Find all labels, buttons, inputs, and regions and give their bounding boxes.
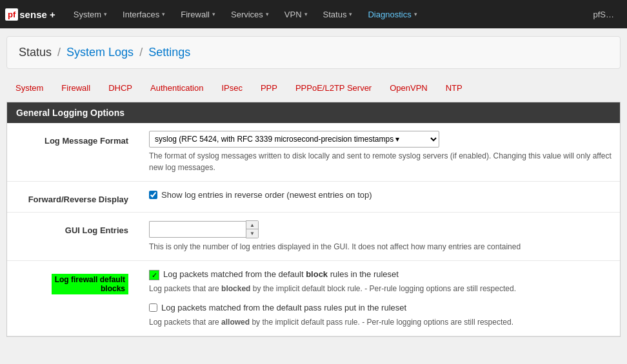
nav-status[interactable]: Status ▾ bbox=[315, 0, 361, 28]
forward-reverse-checkbox[interactable] bbox=[149, 191, 157, 199]
log-message-format-label-wrap: Log Message Format bbox=[7, 131, 149, 146]
breadcrumb-sep2: / bbox=[139, 46, 143, 59]
pass-help: Log packets that are allowed by the impl… bbox=[149, 316, 612, 328]
log-message-format-label: Log Message Format bbox=[0, 133, 139, 146]
pass-checkbox-label: Log packets matched from the default pas… bbox=[161, 302, 406, 314]
block-help-bold: blocked bbox=[221, 284, 250, 293]
log-message-format-content: syslog (RFC 5424, with RFC 3339 microsec… bbox=[149, 131, 620, 173]
gui-log-entries-input[interactable]: 3000 bbox=[149, 221, 246, 238]
forward-reverse-content: Show log entries in reverse order (newes… bbox=[149, 189, 620, 204]
gui-log-entries-label: GUI Log Entries bbox=[0, 223, 139, 235]
nav-firewall[interactable]: Firewall ▾ bbox=[173, 0, 223, 28]
brand-text: sense + bbox=[19, 9, 55, 20]
tabs-bar: System Firewall DHCP Authentication IPse… bbox=[0, 74, 627, 97]
block-bold-text: block bbox=[306, 269, 328, 279]
nav-pfsense-right[interactable]: pfS… bbox=[585, 0, 622, 28]
log-firewall-label-highlight: Log firewall default blocks bbox=[52, 274, 128, 294]
nav-diagnostics[interactable]: Diagnostics ▾ bbox=[360, 0, 424, 28]
nav-services[interactable]: Services ▾ bbox=[223, 0, 277, 28]
log-message-format-row: Log Message Format syslog (RFC 5424, wit… bbox=[7, 123, 620, 182]
breadcrumb-system-logs[interactable]: System Logs bbox=[66, 46, 134, 59]
spinner-buttons: ▲ ▼ bbox=[246, 220, 259, 238]
chevron-down-icon: ▾ bbox=[304, 11, 308, 17]
logo-box: pf bbox=[5, 8, 18, 21]
check-icon: ✓ bbox=[152, 271, 157, 280]
forward-reverse-label-wrap: Forward/Reverse Display bbox=[7, 189, 149, 204]
tab-ppp[interactable]: PPP bbox=[252, 79, 286, 97]
tab-authentication[interactable]: Authentication bbox=[141, 79, 212, 97]
log-message-format-select[interactable]: syslog (RFC 5424, with RFC 3339 microsec… bbox=[149, 131, 439, 148]
nav-vpn[interactable]: VPN ▾ bbox=[277, 0, 315, 28]
breadcrumb-sep1: / bbox=[57, 46, 61, 59]
log-firewall-default-blocks-row: Log firewall default blocks ✓ Log packet… bbox=[7, 261, 620, 336]
chevron-down-icon: ▾ bbox=[414, 11, 417, 17]
block-checkbox-row: ✓ Log packets matched from the default b… bbox=[149, 269, 612, 280]
block-checkbox-label: Log packets matched from the default blo… bbox=[163, 269, 399, 280]
pass-help-bold: allowed bbox=[221, 318, 250, 327]
chevron-down-icon: ▾ bbox=[212, 11, 215, 17]
chevron-down-icon: ▾ bbox=[266, 11, 269, 17]
log-firewall-label-wrap: Log firewall default blocks bbox=[7, 269, 149, 294]
chevron-down-icon: ▾ bbox=[162, 11, 165, 17]
nav-items: System ▾ Interfaces ▾ Firewall ▾ Service… bbox=[66, 0, 622, 28]
block-checkbox[interactable]: ✓ bbox=[149, 270, 159, 280]
tab-ntp[interactable]: NTP bbox=[437, 79, 472, 97]
spinner-down-button[interactable]: ▼ bbox=[246, 229, 258, 238]
tab-pppoe-l2tp[interactable]: PPPoE/L2TP Server bbox=[286, 79, 381, 97]
chevron-down-icon: ▾ bbox=[349, 11, 352, 17]
content-panel: General Logging Options Log Message Form… bbox=[6, 102, 621, 337]
block-help: Log packets that are blocked by the impl… bbox=[149, 283, 612, 294]
nav-interfaces[interactable]: Interfaces ▾ bbox=[115, 0, 173, 28]
gui-log-entries-label-wrap: GUI Log Entries bbox=[7, 220, 149, 235]
brand: pf sense + bbox=[5, 8, 55, 21]
forward-reverse-checkbox-label: Show log entries in reverse order (newes… bbox=[161, 189, 372, 201]
breadcrumb-status: Status bbox=[19, 46, 52, 59]
nav-system[interactable]: System ▾ bbox=[66, 0, 115, 28]
gui-log-entries-help: This is only the number of log entries d… bbox=[149, 241, 612, 253]
breadcrumb-settings[interactable]: Settings bbox=[148, 46, 190, 59]
tab-firewall[interactable]: Firewall bbox=[52, 79, 99, 97]
tab-ipsec[interactable]: IPsec bbox=[212, 79, 252, 97]
navbar: pf sense + System ▾ Interfaces ▾ Firewal… bbox=[0, 0, 627, 28]
pass-checkbox[interactable] bbox=[149, 303, 157, 312]
spinner-up-button[interactable]: ▲ bbox=[246, 221, 258, 229]
breadcrumb-area: Status / System Logs / Settings bbox=[6, 36, 621, 69]
gui-log-entries-spinner: 3000 ▲ ▼ bbox=[149, 220, 612, 238]
panel-header: General Logging Options bbox=[7, 102, 620, 123]
gui-log-entries-content: 3000 ▲ ▼ This is only the number of log … bbox=[149, 220, 620, 253]
forward-reverse-label: Forward/Reverse Display bbox=[0, 192, 139, 204]
pass-checkbox-row: Log packets matched from the default pas… bbox=[149, 302, 612, 314]
log-firewall-content: ✓ Log packets matched from the default b… bbox=[149, 269, 620, 328]
breadcrumb: Status / System Logs / Settings bbox=[19, 46, 190, 59]
chevron-down-icon: ▾ bbox=[104, 11, 107, 17]
tab-openvpn[interactable]: OpenVPN bbox=[381, 79, 437, 97]
log-message-format-help: The format of syslog messages written to… bbox=[149, 150, 612, 173]
forward-reverse-checkbox-row: Show log entries in reverse order (newes… bbox=[149, 189, 612, 201]
forward-reverse-display-row: Forward/Reverse Display Show log entries… bbox=[7, 182, 620, 213]
tab-system[interactable]: System bbox=[6, 79, 52, 97]
gui-log-entries-row: GUI Log Entries 3000 ▲ ▼ This is only th… bbox=[7, 213, 620, 261]
tab-dhcp[interactable]: DHCP bbox=[99, 79, 141, 97]
